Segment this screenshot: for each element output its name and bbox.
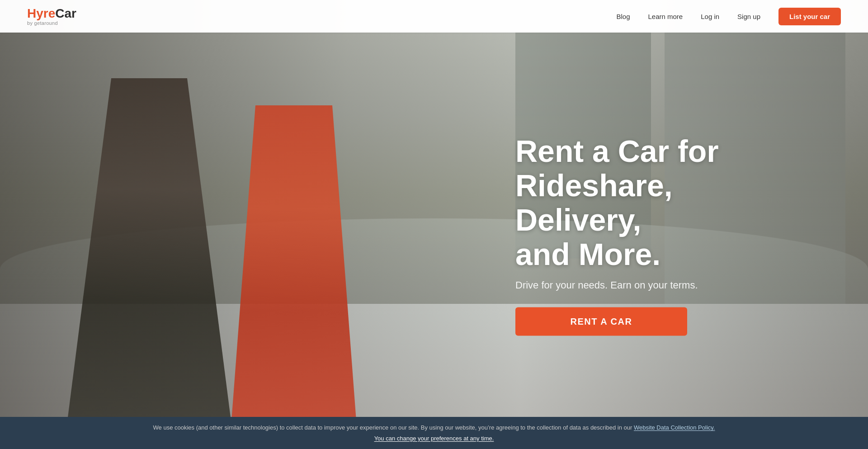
cookie-preference-link[interactable]: You can change your preferences at any t… [18, 433, 850, 444]
logo-text: HyreCar [27, 7, 76, 21]
cookie-text: We use cookies (and other similar techno… [153, 424, 632, 431]
nav-blog[interactable]: Blog [616, 13, 630, 20]
list-your-car-button[interactable]: List your car [778, 8, 841, 25]
hero-title-line2: Rideshare, Delivery, [515, 168, 673, 236]
hero-title-line3: and More. [515, 237, 660, 271]
hero-section: Rent a Car for Rideshare, Delivery, and … [0, 0, 868, 449]
nav-login[interactable]: Log in [701, 13, 719, 20]
logo[interactable]: HyreCar by getaround [27, 7, 76, 26]
nav-links: Blog Learn more Log in Sign up List your… [616, 8, 841, 25]
hero-content: Rent a Car for Rideshare, Delivery, and … [515, 133, 778, 336]
hero-subtitle: Drive for your needs. Earn on your terms… [515, 279, 778, 291]
logo-car: Car [55, 6, 76, 20]
nav-learn-more[interactable]: Learn more [648, 13, 683, 20]
logo-tagline: by getaround [27, 20, 76, 26]
rent-a-car-button[interactable]: RENT A CAR [515, 307, 687, 336]
navbar: HyreCar by getaround Blog Learn more Log… [0, 0, 868, 33]
hero-title: Rent a Car for Rideshare, Delivery, and … [515, 133, 778, 271]
nav-signup[interactable]: Sign up [737, 13, 760, 20]
logo-hyre: Hyre [27, 6, 55, 20]
hero-title-line1: Rent a Car for [515, 133, 719, 168]
cookie-banner: We use cookies (and other similar techno… [0, 417, 868, 449]
cookie-policy-link[interactable]: Website Data Collection Policy. [634, 424, 715, 431]
